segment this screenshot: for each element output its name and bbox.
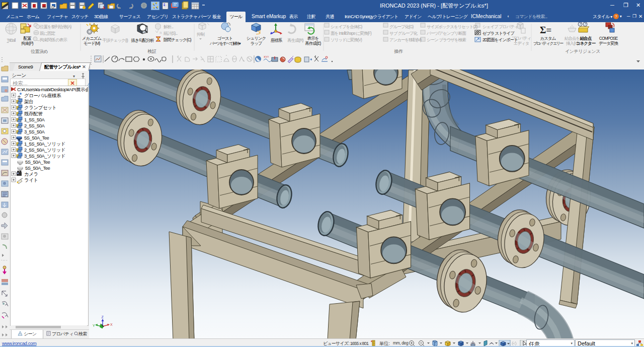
svg-text:3_5S_50A: 3_5S_50A (24, 129, 45, 134)
svg-text:a: a (159, 30, 162, 35)
svg-text:2_5S_50A: 2_5S_50A (24, 123, 45, 128)
svg-text:既存配管: 既存配管 (24, 111, 43, 116)
svg-text:ライト: ライト (24, 177, 38, 183)
svg-text:Y: Y (93, 324, 95, 327)
svg-text:架台: 架台 (24, 99, 33, 104)
svg-text:カメラ: カメラ (24, 171, 38, 177)
svg-text:グローバル座標系: グローバル座標系 (24, 93, 61, 98)
svg-text:XY²: XY² (264, 55, 269, 58)
svg-text:1_5S_50A_ソリッド: 1_5S_50A_ソリッド (24, 141, 65, 147)
svg-text:1_5S_50A: 1_5S_50A (24, 117, 45, 122)
svg-text:5S_50A_Tee: 5S_50A_Tee (25, 165, 50, 171)
svg-text:5S_50A_Tee: 5S_50A_Tee (25, 159, 50, 165)
svg-text:クランプセット: クランプセット (24, 105, 57, 110)
svg-text:C:¥Users¥a-mat¥Desktop¥API展示会セ: C:¥Users¥a-mat¥Desktop¥API展示会セッ (17, 87, 88, 92)
svg-text:Σ=: Σ= (540, 25, 551, 35)
svg-text:Z: Z (102, 315, 104, 319)
svg-text:2_5S_50A_ソリッド: 2_5S_50A_ソリッド (24, 147, 65, 153)
svg-text:X: X (110, 323, 113, 326)
svg-text:3_5S_50A_ソリッド: 3_5S_50A_ソリッド (24, 153, 65, 159)
svg-text:5S_50A_Tee: 5S_50A_Tee (24, 135, 49, 141)
